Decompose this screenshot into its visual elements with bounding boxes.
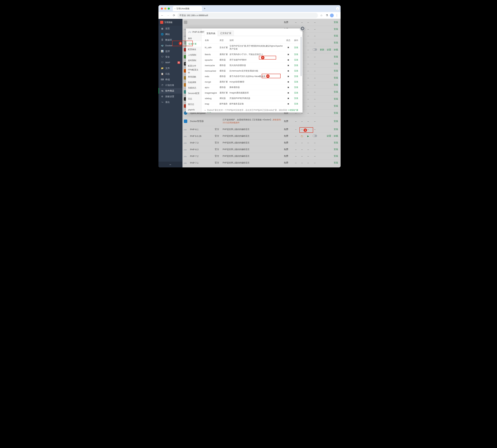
extra-play: ▶	[305, 133, 311, 139]
folder-icon[interactable]: 🗀	[301, 135, 303, 138]
ext-install-button[interactable]: 安装	[294, 53, 298, 56]
ext-install-button[interactable]: 安装	[294, 75, 298, 78]
install-button[interactable]: 安装	[334, 34, 338, 37]
install-button[interactable]: 安装	[334, 141, 338, 144]
ext-install-button[interactable]: 安装	[294, 97, 298, 99]
modal-scrollbar[interactable]	[301, 37, 302, 76]
install-button[interactable]: 安装	[334, 105, 338, 107]
install-button[interactable]: 安装	[334, 97, 338, 100]
sidebar-item-5[interactable]: 🛡安全	[159, 54, 182, 60]
sidebar-item-10[interactable]: ⏱计划任务	[159, 82, 182, 88]
modal-close-button[interactable]: ✕	[300, 26, 305, 31]
install-button[interactable]: 安装	[334, 161, 338, 164]
modal-side-item[interactable]: 服务	[186, 36, 202, 41]
install-button[interactable]: 安装	[334, 77, 338, 79]
action-卸载[interactable]: 卸载	[334, 48, 338, 51]
install-button[interactable]: 安装	[334, 83, 338, 86]
modal-tab[interactable]: 安装列表	[204, 31, 218, 36]
action-设置[interactable]: 设置	[327, 48, 331, 51]
back-button[interactable]: ←	[160, 13, 165, 18]
menu-icon[interactable]: ⋮	[335, 13, 339, 18]
extra-toggle: --	[311, 139, 319, 146]
app-actions: 安装	[319, 126, 341, 133]
install-button[interactable]: 安装	[334, 21, 338, 23]
ext-install-button[interactable]: 安装	[294, 86, 298, 89]
ext-state: ✖	[284, 90, 292, 96]
ext-install-button[interactable]: 安装	[294, 80, 298, 83]
toggle-switch[interactable]	[313, 48, 317, 51]
sidebar-item-8[interactable]: 📋日志	[159, 71, 182, 77]
modal-side-item[interactable]: phpinfo	[186, 107, 202, 112]
modal-side-item[interactable]: Session配置	[186, 91, 202, 96]
sidebar-item-11[interactable]: 🛍软件商店	[159, 88, 182, 94]
profile-icon[interactable]	[330, 14, 334, 17]
modal-side-item[interactable]: 负载状态	[186, 85, 202, 91]
modal-side-item[interactable]: 超时限制	[186, 58, 202, 63]
modal-side-item[interactable]: FPM配置文件	[186, 69, 202, 74]
sidebar-item-6[interactable]: 🛡WAFN	[159, 60, 182, 65]
modal-side-item[interactable]: 慢日志	[186, 101, 202, 107]
install-button[interactable]: 安装	[334, 148, 338, 151]
install-button[interactable]: 安装	[334, 55, 338, 58]
install-button[interactable]: 安装	[334, 41, 338, 44]
sidebar-item-4[interactable]: 📊监控	[159, 48, 182, 54]
x-icon: ✖	[288, 81, 289, 83]
modal-side-item[interactable]: 性能调整	[186, 80, 202, 85]
ext-install-button[interactable]: 安装	[294, 103, 298, 105]
x-icon: ✖	[288, 53, 289, 56]
action-更新[interactable]: 更新	[320, 48, 324, 51]
sidebar-item-13[interactable]: ↪退出	[159, 99, 182, 105]
app-price: 免费	[282, 153, 293, 160]
install-button[interactable]: 安装	[334, 128, 338, 130]
new-tab-button[interactable]: +	[204, 7, 206, 11]
sidebar-item-12[interactable]: ⚙面板设置	[159, 94, 182, 99]
toggle-switch[interactable]	[313, 135, 317, 137]
update-link[interactable]: 请更新到3.9.3后再卸载插件	[223, 118, 281, 124]
forward-button[interactable]: →	[166, 13, 171, 18]
browser-tab[interactable]: ▫ 宝塔Linux面板	[173, 6, 202, 11]
close-window-icon[interactable]	[161, 8, 163, 10]
play-icon[interactable]: ▶	[307, 135, 309, 137]
ext-install-button[interactable]: 安装	[294, 59, 298, 61]
install-button[interactable]: 安装	[334, 91, 338, 93]
modal-side-item[interactable]: 日志	[186, 96, 202, 101]
ext-desc: 强大的内容缓存器	[229, 63, 284, 68]
sidebar-collapse-button[interactable]: ⇤	[159, 161, 182, 167]
tab-overflow-button[interactable]: ⌄	[336, 7, 339, 10]
modal-side-item[interactable]: 禁用函数	[186, 74, 202, 80]
minimize-window-icon[interactable]	[164, 8, 166, 10]
ext-name: xdebug	[204, 96, 219, 101]
install-button[interactable]: 安装	[334, 120, 338, 123]
modal-side-item[interactable]: 配置修改	[186, 47, 202, 52]
ext-install-button[interactable]: 安装	[294, 70, 298, 72]
sidebar-item-1[interactable]: 🌐网站	[159, 32, 182, 37]
app-price: 免费	[282, 126, 293, 133]
sidebar-item-7[interactable]: 📁文件	[159, 65, 182, 71]
maximize-window-icon[interactable]	[168, 8, 170, 10]
ext-install-button[interactable]: 安装	[294, 92, 298, 94]
install-button[interactable]: 安装	[334, 69, 338, 72]
sidebar-label: 软件商店	[165, 89, 174, 93]
modal-side-item[interactable]: 上传限制	[186, 52, 202, 58]
star-icon[interactable]: ☆	[319, 13, 324, 18]
action-设置[interactable]: 设置	[327, 135, 331, 137]
sidebar-icon: 🐳	[161, 44, 164, 47]
ext-op: 安装	[292, 85, 300, 90]
ext-install-button[interactable]: 安装	[294, 46, 298, 49]
install-button[interactable]: 安装	[334, 155, 338, 157]
tab-title: 宝塔Linux面板	[176, 7, 190, 10]
vertical-scrollbar[interactable]	[338, 70, 340, 93]
install-button[interactable]: 安装	[334, 63, 338, 65]
modal-side-item[interactable]: 安装扩展	[186, 41, 202, 47]
reload-button[interactable]: ⟳	[172, 13, 176, 18]
ext-install-button[interactable]: 安装	[294, 64, 298, 66]
labs-icon[interactable]: ⚗	[324, 13, 329, 18]
install-button[interactable]: 安装	[334, 112, 338, 114]
install-button[interactable]: 安装	[334, 28, 338, 30]
sidebar-item-9[interactable]: ⌨终端	[159, 77, 182, 82]
action-卸载[interactable]: 卸载	[334, 135, 338, 137]
address-bar[interactable]: 不安全 192.168.x.x:8888/soft	[177, 13, 318, 18]
modal-side-item[interactable]: 配置文件	[186, 63, 202, 69]
sidebar-item-0[interactable]: ▦首页	[159, 26, 182, 32]
sidebar-item-2[interactable]: 🗄数据库	[159, 37, 182, 43]
